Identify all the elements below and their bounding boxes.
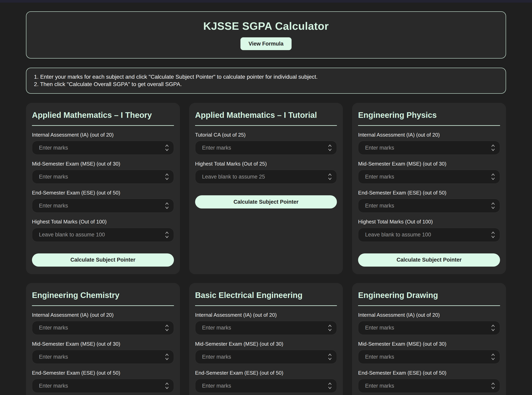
marks-input-wrap [32, 379, 174, 393]
marks-input[interactable] [32, 350, 174, 364]
calculate-subject-pointer-button[interactable]: Calculate Subject Pointer [195, 195, 337, 208]
field-label: End-Semester Exam (ESE) (out of 50) [32, 370, 174, 376]
field-label: Internal Assessment (IA) (out of 20) [358, 312, 500, 318]
marks-input[interactable] [358, 379, 500, 393]
marks-input[interactable] [195, 170, 337, 184]
marks-input-wrap [358, 321, 500, 335]
marks-input-wrap [195, 350, 337, 364]
marks-input[interactable] [32, 379, 174, 393]
field-label: Highest Total Marks (Out of 25) [195, 161, 337, 167]
number-stepper-icon[interactable] [491, 353, 495, 361]
field-label: Internal Assessment (IA) (out of 20) [32, 312, 174, 318]
subject-card: Applied Mathematics – I Tutorial Tutoria… [189, 103, 343, 274]
subjects-grid: Applied Mathematics – I Theory Internal … [26, 103, 506, 395]
number-stepper-icon[interactable] [165, 173, 169, 181]
number-stepper-icon[interactable] [328, 324, 332, 332]
field-label: Mid-Semester Exam (MSE) (out of 30) [195, 341, 337, 347]
header-card: KJSSE SGPA Calculator View Formula [26, 11, 506, 59]
marks-input-wrap [32, 228, 174, 242]
number-stepper-icon[interactable] [165, 231, 169, 239]
instruction-line-1: 1. Enter your marks for each subject and… [34, 73, 498, 81]
subject-card: Engineering Drawing Internal Assessment … [352, 283, 506, 395]
marks-input-wrap [358, 141, 500, 155]
title-divider [358, 125, 500, 126]
number-stepper-icon[interactable] [491, 231, 495, 239]
marks-input[interactable] [32, 170, 174, 184]
subject-title: Engineering Drawing [358, 291, 500, 300]
marks-input-wrap [32, 170, 174, 184]
number-stepper-icon[interactable] [491, 324, 495, 332]
page-title: KJSSE SGPA Calculator [203, 20, 329, 32]
field-label: Tutorial CA (out of 25) [195, 132, 337, 138]
marks-input-wrap [358, 228, 500, 242]
marks-input-wrap [195, 170, 337, 184]
number-stepper-icon[interactable] [328, 173, 332, 181]
marks-input[interactable] [358, 170, 500, 184]
marks-input-wrap [358, 199, 500, 213]
number-stepper-icon[interactable] [328, 382, 332, 390]
marks-input[interactable] [358, 141, 500, 155]
marks-input[interactable] [32, 141, 174, 155]
subject-fields: Internal Assessment (IA) (out of 20) Mid… [195, 312, 337, 393]
marks-input[interactable] [195, 350, 337, 364]
marks-input[interactable] [358, 228, 500, 242]
number-stepper-icon[interactable] [491, 173, 495, 181]
marks-input-wrap [195, 141, 337, 155]
subject-title: Applied Mathematics – I Theory [32, 110, 174, 120]
marks-input[interactable] [195, 321, 337, 335]
calculate-subject-pointer-button[interactable]: Calculate Subject Pointer [32, 253, 174, 267]
title-divider [195, 305, 337, 306]
field-label: Highest Total Marks (Out of 100) [358, 219, 500, 225]
field-label: Mid-Semester Exam (MSE) (out of 30) [32, 341, 174, 347]
instructions-card: 1. Enter your marks for each subject and… [26, 68, 506, 94]
field-label: Mid-Semester Exam (MSE) (out of 30) [358, 341, 500, 347]
marks-input[interactable] [358, 350, 500, 364]
title-divider [195, 125, 337, 126]
subject-title: Engineering Chemistry [32, 291, 174, 300]
calculate-subject-pointer-button[interactable]: Calculate Subject Pointer [358, 253, 500, 267]
subject-fields: Internal Assessment (IA) (out of 20) Mid… [32, 312, 174, 393]
subject-fields: Internal Assessment (IA) (out of 20) Mid… [358, 312, 500, 393]
marks-input[interactable] [32, 228, 174, 242]
field-label: Internal Assessment (IA) (out of 20) [32, 132, 174, 138]
field-label: Mid-Semester Exam (MSE) (out of 30) [32, 161, 174, 167]
field-label: Highest Total Marks (Out of 100) [32, 219, 174, 225]
marks-input[interactable] [358, 321, 500, 335]
marks-input[interactable] [195, 379, 337, 393]
number-stepper-icon[interactable] [328, 143, 332, 152]
title-divider [32, 125, 174, 126]
number-stepper-icon[interactable] [165, 202, 169, 210]
subject-title: Engineering Physics [358, 110, 500, 120]
view-formula-button[interactable]: View Formula [241, 37, 291, 50]
title-divider [32, 305, 174, 306]
number-stepper-icon[interactable] [491, 382, 495, 390]
number-stepper-icon[interactable] [491, 202, 495, 210]
marks-input-wrap [195, 321, 337, 335]
field-label: Internal Assessment (IA) (out of 20) [358, 132, 500, 138]
subject-title: Basic Electrical Engineering [195, 291, 337, 300]
subject-card: Applied Mathematics – I Theory Internal … [26, 103, 180, 274]
number-stepper-icon[interactable] [491, 143, 495, 152]
number-stepper-icon[interactable] [165, 382, 169, 390]
instruction-line-2: 2. Then click "Calculate Overall SGPA" t… [34, 81, 498, 88]
marks-input[interactable] [32, 199, 174, 213]
marks-input-wrap [358, 350, 500, 364]
subject-fields: Internal Assessment (IA) (out of 20) Mid… [32, 132, 174, 242]
subject-title: Applied Mathematics – I Tutorial [195, 110, 337, 120]
page-container: KJSSE SGPA Calculator View Formula 1. En… [0, 11, 532, 395]
marks-input-wrap [358, 170, 500, 184]
field-label: Mid-Semester Exam (MSE) (out of 30) [358, 161, 500, 167]
number-stepper-icon[interactable] [328, 353, 332, 361]
number-stepper-icon[interactable] [165, 353, 169, 361]
marks-input-wrap [358, 379, 500, 393]
field-label: End-Semester Exam (ESE) (out of 50) [358, 370, 500, 376]
marks-input[interactable] [358, 199, 500, 213]
marks-input-wrap [32, 350, 174, 364]
marks-input[interactable] [32, 321, 174, 335]
field-label: End-Semester Exam (ESE) (out of 50) [32, 190, 174, 196]
top-accent-bar [0, 0, 532, 3]
number-stepper-icon[interactable] [165, 324, 169, 332]
marks-input[interactable] [195, 141, 337, 155]
subject-card: Engineering Physics Internal Assessment … [352, 103, 506, 274]
number-stepper-icon[interactable] [165, 143, 169, 152]
